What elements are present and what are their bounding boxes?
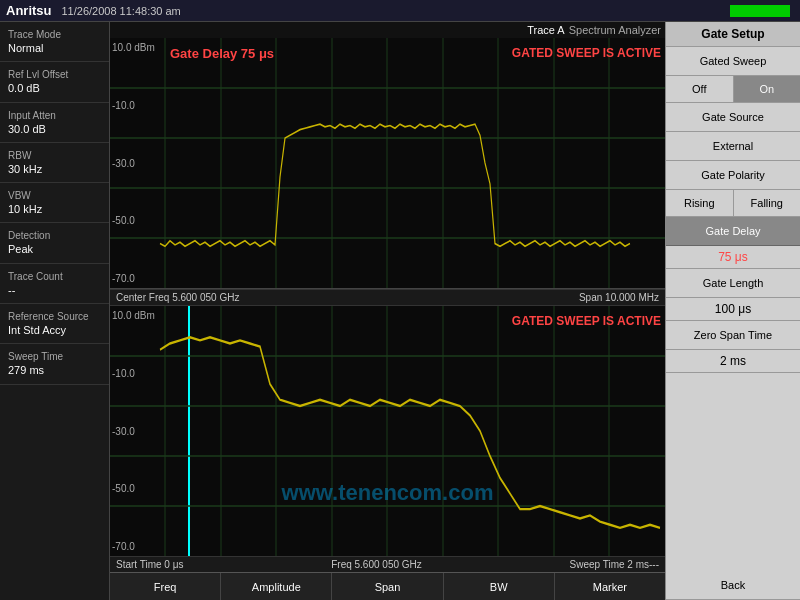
- gate-length-value: 100 μs: [666, 298, 800, 321]
- signal-indicator: [730, 5, 790, 17]
- detection: Detection Peak: [0, 223, 109, 263]
- off-button[interactable]: Off: [666, 76, 734, 102]
- trace-label: Trace A: [527, 24, 565, 36]
- lower-y-labels: 10.0 dBm -10.0 -30.0 -50.0 -70.0: [110, 306, 158, 556]
- zero-span-time-button[interactable]: Zero Span Time: [666, 321, 800, 350]
- gated-sweep-toggle: Off On: [666, 76, 800, 103]
- gated-sweep-button[interactable]: Gated Sweep: [666, 47, 800, 76]
- span-label: Span 10.000 MHz: [579, 292, 659, 303]
- right-panel: Gate Setup Gated Sweep Off On Gate Sourc…: [665, 22, 800, 600]
- analyzer-label: Spectrum Analyzer: [569, 24, 661, 36]
- gate-polarity-button[interactable]: Gate Polarity: [666, 161, 800, 190]
- gate-delay-text: Gate Delay 75 μs: [170, 46, 274, 61]
- amplitude-button[interactable]: Amplitude: [221, 573, 332, 600]
- upper-trace-svg: [110, 38, 665, 288]
- ref-lvl-offset: Ref Lvl Offset 0.0 dB: [0, 62, 109, 102]
- top-bar: Anritsu 11/26/2008 11:48:30 am: [0, 0, 800, 22]
- lower-chart: 10.0 dBm -10.0 -30.0 -50.0 -70.0: [110, 306, 665, 556]
- on-button[interactable]: On: [734, 76, 801, 102]
- marker-button[interactable]: Marker: [555, 573, 665, 600]
- freq-center-label: Freq 5.600 050 GHz: [331, 559, 422, 570]
- upper-gated-active: GATED SWEEP IS ACTIVE: [512, 46, 661, 60]
- zero-span-value: 2 ms: [666, 350, 800, 373]
- sweep-time: Sweep Time 279 ms: [0, 344, 109, 384]
- upper-chart: 10.0 dBm -10.0 -30.0 -50.0 -70.0: [110, 38, 665, 289]
- trace-mode: Trace Mode Normal: [0, 22, 109, 62]
- center-area: Trace A Spectrum Analyzer 10.0 dBm -10.0…: [110, 22, 665, 600]
- external-button[interactable]: External: [666, 132, 800, 161]
- vbw: VBW 10 kHz: [0, 183, 109, 223]
- gate-source-button[interactable]: Gate Source: [666, 103, 800, 132]
- upper-y-labels: 10.0 dBm -10.0 -30.0 -50.0 -70.0: [110, 38, 158, 288]
- rbw: RBW 30 kHz: [0, 143, 109, 183]
- right-spacer: [666, 373, 800, 571]
- gate-length-button[interactable]: Gate Length: [666, 269, 800, 298]
- start-time-label: Start Time 0 μs: [116, 559, 183, 570]
- input-atten: Input Atten 30.0 dB: [0, 103, 109, 143]
- lower-gated-active: GATED SWEEP IS ACTIVE: [512, 314, 661, 328]
- gate-setup-header: Gate Setup: [666, 22, 800, 47]
- trace-count: Trace Count --: [0, 264, 109, 304]
- sweep-time-label: Sweep Time 2 ms---: [570, 559, 659, 570]
- left-panel: Trace Mode Normal Ref Lvl Offset 0.0 dB …: [0, 22, 110, 600]
- gate-delay-value: 75 μs: [666, 246, 800, 269]
- polarity-toggle: Rising Falling: [666, 190, 800, 217]
- reference-source: Reference Source Int Std Accy: [0, 304, 109, 344]
- falling-button[interactable]: Falling: [734, 190, 801, 216]
- trace-header: Trace A Spectrum Analyzer: [110, 22, 665, 38]
- center-freq-label: Center Freq 5.600 050 GHz: [116, 292, 239, 303]
- bw-button[interactable]: BW: [444, 573, 555, 600]
- main-layout: Trace Mode Normal Ref Lvl Offset 0.0 dB …: [0, 22, 800, 600]
- back-button[interactable]: Back: [666, 571, 800, 600]
- logo: Anritsu: [6, 3, 52, 18]
- center-freq-bar: Center Freq 5.600 050 GHz Span 10.000 MH…: [110, 289, 665, 306]
- datetime: 11/26/2008 11:48:30 am: [62, 5, 731, 17]
- span-button[interactable]: Span: [332, 573, 443, 600]
- lower-trace-svg: [110, 306, 665, 556]
- freq-button[interactable]: Freq: [110, 573, 221, 600]
- bottom-nav: Freq Amplitude Span BW Marker: [110, 572, 665, 600]
- bottom-freq-bar: Start Time 0 μs Freq 5.600 050 GHz Sweep…: [110, 556, 665, 572]
- gate-delay-button[interactable]: Gate Delay: [666, 217, 800, 246]
- rising-button[interactable]: Rising: [666, 190, 734, 216]
